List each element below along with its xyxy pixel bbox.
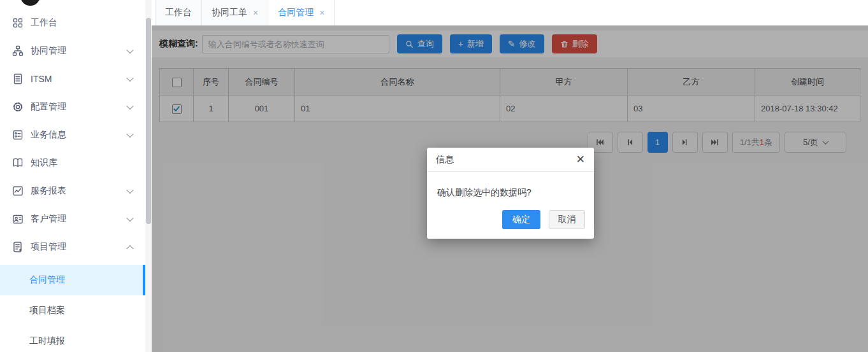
tab-workbench[interactable]: 工作台 (155, 0, 202, 25)
sidebar-item-label: 配置管理 (31, 101, 66, 113)
main-panel: 工作台 协同工单 × 合同管理 × 模糊查询: 查询 (152, 0, 868, 352)
close-icon[interactable]: ✕ (576, 154, 585, 165)
confirm-button[interactable]: 确定 (502, 210, 540, 229)
chevron-down-icon (126, 187, 133, 194)
document-lines-icon (11, 73, 24, 85)
chevron-down-icon (126, 46, 133, 53)
sidebar-item-collaboration[interactable]: 协同管理 (0, 37, 145, 65)
sidebar-subitem-contract[interactable]: 合同管理 (0, 265, 145, 295)
sidebar-scrollbar-thumb[interactable] (146, 18, 151, 224)
sidebar-submenu-project: 合同管理 项目档案 工时填报 (0, 265, 145, 352)
tab-bar: 工作台 协同工单 × 合同管理 × (152, 0, 868, 25)
sidebar-item-knowledge-base[interactable]: 知识库 (0, 149, 145, 177)
sidebar-item-label: 业务信息 (31, 129, 66, 141)
chevron-down-icon (126, 102, 133, 109)
sidebar-scrollbar-track[interactable] (145, 0, 152, 352)
sidebar-subitem-timesheet[interactable]: 工时填报 (0, 326, 145, 352)
content-area: 模糊查询: 查询 + 新增 ✎ 修改 删除 (152, 25, 868, 352)
line-chart-icon (11, 185, 24, 197)
chevron-down-icon (126, 130, 133, 137)
open-book-icon (11, 157, 24, 169)
modal-footer: 确定 取消 (427, 210, 594, 239)
clipboard-list-icon (11, 129, 24, 141)
sidebar-item-business-info[interactable]: 业务信息 (0, 121, 145, 149)
sidebar-item-label: 项目管理 (31, 241, 66, 253)
chevron-down-icon (126, 215, 133, 222)
sidebar-subitem-project-archive[interactable]: 项目档案 (0, 295, 145, 326)
sidebar-nav: 工作台 协同管理 ITSM 配置管理 (0, 0, 145, 352)
sidebar-item-label: 工作台 (31, 17, 57, 29)
tab-contract-management[interactable]: 合同管理 × (268, 0, 335, 25)
org-chart-icon (11, 45, 24, 57)
tab-label: 合同管理 (278, 7, 314, 18)
close-icon[interactable]: × (253, 8, 258, 17)
chevron-up-icon (126, 245, 133, 252)
sidebar-item-itsm[interactable]: ITSM (0, 65, 145, 93)
cancel-button[interactable]: 取消 (549, 210, 585, 229)
sidebar-item-label: ITSM (31, 74, 52, 84)
sidebar-item-label: 客户管理 (31, 213, 66, 225)
sidebar: 工作台 协同管理 ITSM 配置管理 (0, 0, 145, 352)
sidebar-subitem-label: 项目档案 (29, 305, 65, 316)
tab-label: 工作台 (165, 7, 192, 18)
modal-header: 信息 ✕ (427, 148, 594, 172)
modal-title: 信息 (436, 154, 454, 165)
tab-label: 协同工单 (212, 7, 247, 18)
customer-card-icon (11, 213, 24, 225)
sidebar-item-config[interactable]: 配置管理 (0, 93, 145, 121)
sidebar-item-label: 协同管理 (31, 45, 66, 57)
dashboard-grid-icon (11, 17, 24, 29)
sidebar-item-project[interactable]: 项目管理 (0, 233, 145, 261)
sidebar-item-label: 服务报表 (31, 185, 66, 197)
chevron-down-icon (126, 74, 133, 81)
tab-collaboration-order[interactable]: 协同工单 × (202, 0, 268, 25)
app-root: 工作台 协同管理 ITSM 配置管理 (0, 0, 868, 352)
sidebar-item-service-reports[interactable]: 服务报表 (0, 177, 145, 205)
sidebar-subitem-label: 合同管理 (29, 274, 65, 286)
gear-icon (11, 101, 24, 113)
confirm-delete-modal: 信息 ✕ 确认删除选中的数据吗? 确定 取消 (427, 148, 594, 239)
sidebar-item-label: 知识库 (31, 157, 57, 169)
sidebar-item-customer[interactable]: 客户管理 (0, 205, 145, 233)
close-icon[interactable]: × (319, 8, 324, 17)
sidebar-subitem-label: 工时填报 (29, 335, 65, 347)
modal-message: 确认删除选中的数据吗? (427, 172, 594, 210)
sidebar-item-workbench[interactable]: 工作台 (0, 9, 145, 37)
project-doc-icon (11, 241, 24, 253)
